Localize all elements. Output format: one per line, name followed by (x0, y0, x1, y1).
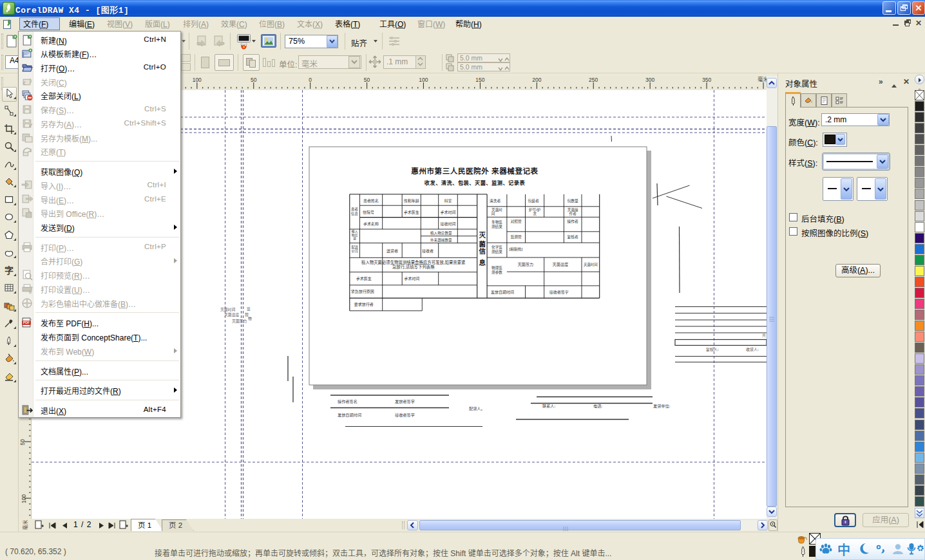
svg-text:患者姓名: 患者姓名 (363, 198, 379, 203)
svg-text:信: 信 (479, 246, 486, 256)
svg-text:?: ? (30, 285, 33, 290)
svg-text:灭菌温度: 灭菌温度 (552, 261, 568, 267)
svg-text:物: 物 (248, 315, 252, 321)
svg-text:接收者签字: 接收者签字 (395, 412, 415, 418)
svg-text:外来器械数量: 外来器械数量 (430, 238, 452, 243)
svg-text:电话:: 电话: (593, 403, 602, 409)
svg-text:灭菌温度: 灭菌温度 (224, 312, 239, 317)
svg-text:发货单位:: 发货单位: (653, 403, 671, 409)
svg-text:字: 字 (5, 265, 14, 276)
svg-text:PDF: PDF (23, 321, 30, 325)
svg-text:灭菌压力: 灭菌压力 (232, 318, 247, 324)
svg-text:科室: 科室 (444, 198, 452, 203)
svg-text:[粘贴处]: [粘贴处] (510, 246, 523, 252)
svg-text:包数量: 包数量 (567, 198, 578, 203)
svg-text:发放者签字: 发放者签字 (395, 398, 415, 404)
svg-text:急放行,请填写下列表格: 急放行,请填写下列表格 (392, 264, 435, 270)
svg-text:接收时间: 接收时间 (440, 221, 455, 227)
svg-text:要求放行者: 要求放行者 (354, 301, 374, 307)
svg-text:收发、清洗、包装、灭菌、监测、记录表: 收发、清洗、包装、灭菌、监测、记录表 (424, 178, 526, 186)
svg-text:紧急放行原因: 紧急放行原因 (351, 288, 374, 294)
svg-text:信息: 信息 (351, 211, 358, 216)
svg-text:间: 间 (491, 211, 495, 216)
svg-text:发放日期时间: 发放日期时间 (338, 412, 361, 418)
svg-text:公司: 公司 (351, 248, 358, 253)
svg-text:息: 息 (479, 257, 486, 267)
svg-text:手术名称: 手术名称 (363, 221, 379, 227)
svg-text:手术时间: 手术时间 (404, 275, 419, 281)
svg-text:操作者签名: 操作者签名 (338, 398, 358, 404)
svg-text:监: 监 (247, 306, 251, 312)
svg-text:手术医生: 手术医生 (356, 275, 372, 281)
svg-text:灭菌压力: 灭菌压力 (517, 261, 533, 267)
svg-text:性别年龄: 性别年龄 (404, 198, 419, 203)
svg-text:收货人:: 收货人: (746, 346, 759, 352)
svg-text:次: 次 (533, 211, 537, 216)
svg-text:接收者: 接收者 (422, 248, 434, 254)
svg-text:测结果: 测结果 (491, 224, 502, 229)
svg-text:配货人。: 配货人。 (469, 406, 485, 411)
svg-text:联系人:: 联系人: (542, 403, 556, 409)
svg-text:灭菌时间: 灭菌时间 (584, 262, 598, 267)
svg-text:发放日期时间: 发放日期时间 (491, 289, 514, 295)
svg-text:惠州市第三人民医院外 来器械登记表: 惠州市第三人民医院外 来器械登记表 (411, 165, 538, 176)
svg-text:息: 息 (353, 236, 356, 240)
svg-text:操作者: 操作者 (567, 218, 578, 224)
svg-text:对照管: 对照管 (510, 218, 522, 224)
svg-text:接收者签字: 接收者签字 (549, 289, 569, 295)
svg-text:复核人:: 复核人: (706, 346, 719, 352)
svg-text:手术医生: 手术医生 (404, 209, 419, 215)
svg-text:住院号: 住院号 (363, 209, 374, 215)
svg-text:作者: 作者 (569, 211, 577, 216)
svg-text:送货者: 送货者 (386, 248, 398, 254)
svg-text:植入物总数量: 植入物总数量 (430, 230, 452, 236)
svg-text:包装者: 包装者 (528, 198, 539, 203)
svg-text:手术时间: 手术时间 (440, 209, 455, 215)
svg-text:测参数: 测参数 (491, 270, 502, 275)
svg-text:测结果: 测结果 (491, 249, 502, 254)
svg-text:复核者: 复核者 (567, 234, 578, 239)
svg-text:清洗者: 清洗者 (490, 198, 501, 203)
svg-text:监测管: 监测管 (510, 234, 522, 239)
svg-text:共: 共 (762, 332, 766, 338)
